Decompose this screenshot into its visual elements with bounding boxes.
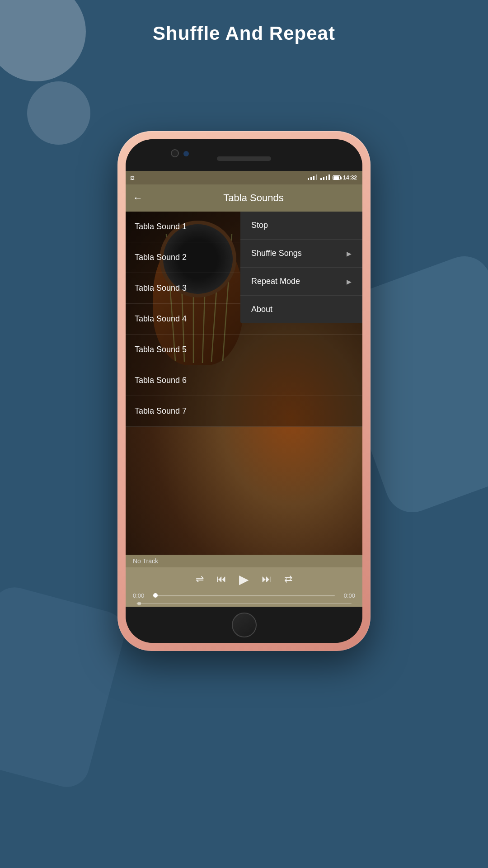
prev-button[interactable]: ⏮ xyxy=(216,573,226,585)
progress-dot xyxy=(153,593,158,598)
dropdown-item-stop[interactable]: Stop xyxy=(240,212,362,240)
time-current: 0:00 xyxy=(133,592,149,599)
home-button[interactable] xyxy=(232,613,257,637)
next-button[interactable]: ⏭ xyxy=(262,573,272,585)
chevron-right-icon: ▶ xyxy=(347,250,352,257)
time-row: 0:00 0:00 xyxy=(126,591,362,600)
phone-screen-container: 🖼 xyxy=(126,139,362,643)
phone-front-camera xyxy=(183,151,189,156)
volume-dot xyxy=(137,602,141,605)
list-item[interactable]: Tabla Sound 6 xyxy=(126,365,362,396)
repeat-button[interactable]: ⇄ xyxy=(284,573,292,585)
volume-row xyxy=(126,600,362,607)
player-controls: ⇌ ⏮ ▶ ⏭ ⇄ xyxy=(126,567,362,591)
status-bar: 🖼 xyxy=(126,171,362,184)
status-bar-left: 🖼 xyxy=(130,175,135,180)
phone-frame: 🖼 xyxy=(117,131,371,651)
shuffle-button[interactable]: ⇌ xyxy=(196,573,204,585)
bg-decoration-circle-2 xyxy=(27,81,90,145)
dropdown-item-repeat[interactable]: Repeat Mode ▶ xyxy=(240,268,362,296)
signal-icon xyxy=(320,175,330,181)
main-content: Tabla Sound 1 Tabla Sound 2 Tabla Sound … xyxy=(126,212,362,555)
now-playing-bar: No Track xyxy=(126,555,362,567)
phone-bottom xyxy=(126,607,362,643)
chevron-right-icon: ▶ xyxy=(347,278,352,285)
bg-decoration-shape-bottom xyxy=(0,582,130,792)
battery-icon xyxy=(333,175,341,180)
app-header: ← Tabla Sounds xyxy=(126,184,362,212)
phone-top-bar xyxy=(126,139,362,171)
list-item[interactable]: Tabla Sound 7 xyxy=(126,396,362,427)
phone-speaker xyxy=(217,156,271,161)
dropdown-item-about[interactable]: About xyxy=(240,296,362,323)
dropdown-item-shuffle[interactable]: Shuffle Songs ▶ xyxy=(240,240,362,268)
time-total: 0:00 xyxy=(339,592,355,599)
volume-bar[interactable] xyxy=(136,603,352,604)
phone-screen: 🖼 xyxy=(126,171,362,607)
progress-bar[interactable] xyxy=(153,595,335,596)
back-button[interactable]: ← xyxy=(133,192,143,204)
now-playing-text: No Track xyxy=(133,557,158,565)
wifi-icon xyxy=(307,175,318,181)
page-title: Shuffle And Repeat xyxy=(0,23,488,44)
player-bar: No Track ⇌ ⏮ ▶ ⏭ ⇄ 0:00 0:00 xyxy=(126,555,362,607)
app-header-title: Tabla Sounds xyxy=(152,192,355,204)
phone-camera xyxy=(171,149,179,157)
status-time: 14:32 xyxy=(343,175,357,181)
notification-icon: 🖼 xyxy=(130,175,135,180)
play-button[interactable]: ▶ xyxy=(239,572,249,587)
status-icons: 14:32 xyxy=(307,175,357,181)
list-item[interactable]: Tabla Sound 5 xyxy=(126,335,362,365)
dropdown-menu: Stop Shuffle Songs ▶ Repeat Mode ▶ About xyxy=(240,212,362,323)
